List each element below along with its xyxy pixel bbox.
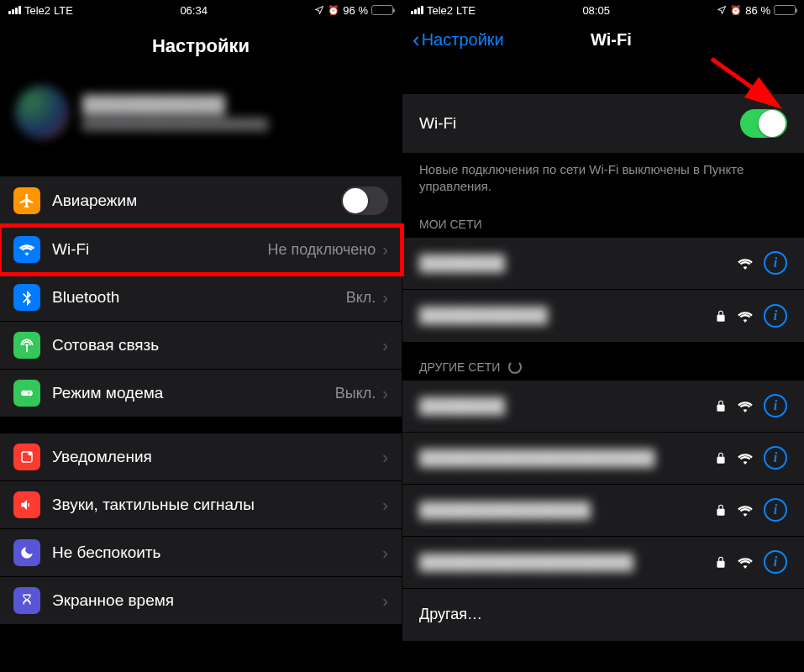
network-row[interactable]: ████████████████ i xyxy=(402,485,804,537)
wifi-value: Не подключено xyxy=(267,241,376,259)
nav-bar: ‹ Настройки Wi-Fi xyxy=(402,20,804,60)
network-row[interactable]: ████████ i xyxy=(402,381,804,433)
battery-pct: 96 % xyxy=(343,4,368,17)
profile-name: ████████████ xyxy=(82,95,268,114)
screentime-label: Экранное время xyxy=(52,591,382,610)
moon-icon xyxy=(13,539,40,566)
alerts-group: Уведомления › Звуки, тактильные сигналы … xyxy=(0,433,402,624)
carrier-label: Tele2 xyxy=(24,4,50,17)
info-icon[interactable]: i xyxy=(764,498,787,522)
notifications-row[interactable]: Уведомления › xyxy=(0,433,402,481)
battery-icon xyxy=(371,5,393,15)
clock: 06:34 xyxy=(180,4,208,17)
wifi-signal-icon xyxy=(737,451,754,465)
network-name: ████████ xyxy=(419,255,737,272)
chevron-right-icon: › xyxy=(382,288,388,307)
chevron-right-icon: › xyxy=(382,336,388,355)
profile-subtitle: ████████████████████████ xyxy=(82,118,268,130)
other-networks-header: ДРУГИЕ СЕТИ xyxy=(402,342,804,381)
network-name: ██████████████████████ xyxy=(419,449,715,467)
chevron-right-icon: › xyxy=(382,384,388,403)
lock-icon xyxy=(715,555,727,569)
alarm-icon: ⏰ xyxy=(730,5,742,16)
info-icon[interactable]: i xyxy=(764,251,787,275)
wifi-signal-icon xyxy=(737,399,754,412)
lock-icon xyxy=(715,309,727,323)
other-network-label: Другая… xyxy=(419,606,787,623)
wifi-signal-icon xyxy=(737,555,754,569)
my-networks-header: МОИ СЕТИ xyxy=(402,199,804,238)
svg-point-3 xyxy=(29,452,33,456)
alarm-icon: ⏰ xyxy=(328,5,339,16)
network-name: ████████████████████ xyxy=(419,554,715,571)
page-title: Настройки xyxy=(0,20,402,71)
info-icon[interactable]: i xyxy=(764,394,787,417)
lock-icon xyxy=(715,451,727,465)
carrier-label: Tele2 xyxy=(427,4,453,17)
connectivity-group: Авиарежим Wi-Fi Не подключено › Bluetoot… xyxy=(0,176,402,417)
notifications-label: Уведомления xyxy=(52,448,382,466)
battery-pct: 86 % xyxy=(745,4,770,17)
settings-screen: Tele2 LTE 06:34 ⏰ 96 % Настройки ███████… xyxy=(0,0,402,672)
network-row[interactable]: ██████████████████████ i xyxy=(402,433,804,485)
info-icon[interactable]: i xyxy=(764,550,787,574)
location-icon xyxy=(314,5,324,15)
network-name: ████████████ xyxy=(419,307,715,324)
sounds-icon xyxy=(13,491,40,518)
bluetooth-label: Bluetooth xyxy=(52,288,346,307)
battery-icon xyxy=(774,5,796,15)
airplane-mode-row[interactable]: Авиарежим xyxy=(0,176,402,226)
airplane-toggle[interactable] xyxy=(341,186,388,215)
wifi-footnote: Новые подключения по сети Wi-Fi выключен… xyxy=(402,153,804,199)
wifi-signal-icon xyxy=(737,256,754,270)
sounds-row[interactable]: Звуки, тактильные сигналы › xyxy=(0,481,402,529)
chevron-right-icon: › xyxy=(382,448,388,467)
dnd-row[interactable]: Не беспокоить › xyxy=(0,529,402,577)
wifi-master-label: Wi-Fi xyxy=(419,114,456,133)
info-icon[interactable]: i xyxy=(764,304,787,328)
signal-icon xyxy=(8,6,21,14)
network-type: LTE xyxy=(54,4,73,17)
cellular-icon xyxy=(13,332,40,359)
wifi-row[interactable]: Wi-Fi Не подключено › xyxy=(0,226,402,274)
page-title: Wi-Fi xyxy=(428,30,794,50)
clock: 08:05 xyxy=(582,4,610,17)
lock-icon xyxy=(715,503,727,517)
bluetooth-icon xyxy=(13,284,40,311)
hotspot-row[interactable]: Режим модема Выкл. › xyxy=(0,370,402,417)
sounds-label: Звуки, тактильные сигналы xyxy=(52,496,382,514)
wifi-signal-icon xyxy=(737,503,754,517)
chevron-right-icon: › xyxy=(382,591,388,611)
network-name: ████████ xyxy=(419,397,715,415)
loading-spinner-icon xyxy=(508,360,522,374)
info-icon[interactable]: i xyxy=(764,446,787,470)
bluetooth-value: Вкл. xyxy=(346,289,376,307)
network-name: ████████████████ xyxy=(419,501,715,519)
notifications-icon xyxy=(13,444,40,470)
wifi-label: Wi-Fi xyxy=(52,240,267,259)
profile-row[interactable]: ████████████ ████████████████████████ xyxy=(0,71,402,160)
chevron-left-icon: ‹ xyxy=(413,29,420,50)
network-row[interactable]: ████████████████████ i xyxy=(402,537,804,589)
status-bar: Tele2 LTE 06:34 ⏰ 96 % xyxy=(0,0,402,20)
hotspot-icon xyxy=(13,380,40,407)
other-network-row[interactable]: Другая… xyxy=(402,589,804,641)
other-networks-label: ДРУГИЕ СЕТИ xyxy=(419,360,500,374)
location-icon xyxy=(717,5,727,15)
other-networks-list: ████████ i ██████████████████████ i ████… xyxy=(402,381,804,641)
hourglass-icon xyxy=(13,587,40,614)
wifi-settings-screen: Tele2 LTE 08:05 ⏰ 86 % ‹ Настройки Wi-Fi… xyxy=(402,0,804,672)
chevron-right-icon: › xyxy=(382,543,388,563)
cellular-row[interactable]: Сотовая связь › xyxy=(0,322,402,370)
screentime-row[interactable]: Экранное время › xyxy=(0,577,402,624)
wifi-master-toggle[interactable] xyxy=(740,109,787,138)
bluetooth-row[interactable]: Bluetooth Вкл. › xyxy=(0,274,402,322)
network-row[interactable]: ████████ i xyxy=(402,238,804,290)
signal-icon xyxy=(411,6,423,14)
hotspot-label: Режим модема xyxy=(52,384,335,402)
wifi-signal-icon xyxy=(737,309,754,323)
hotspot-value: Выкл. xyxy=(335,385,376,402)
network-type: LTE xyxy=(456,4,476,17)
network-row[interactable]: ████████████ i xyxy=(402,290,804,342)
wifi-master-row: Wi-Fi xyxy=(402,94,804,153)
